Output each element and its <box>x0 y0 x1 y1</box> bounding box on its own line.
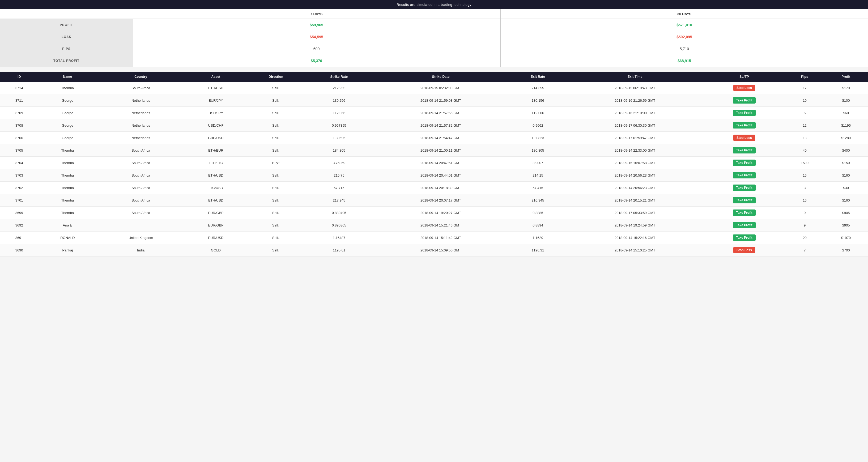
cell-exit-rate: 216.345 <box>509 194 567 206</box>
cell-pips: 3 <box>785 182 824 194</box>
cell-pips: 1500 <box>785 157 824 169</box>
stop-loss-button[interactable]: Stop Loss <box>733 85 755 91</box>
cell-sltp: Stop Loss <box>703 82 786 94</box>
trades-table: IDNameCountryAssetDirectionStrike RateSt… <box>0 72 868 257</box>
cell-direction: Sell↓ <box>247 82 305 94</box>
cell-profit: $170 <box>824 82 868 94</box>
cell-exit-time: 2018-09-14 20:56:23 GMT <box>567 169 703 182</box>
take-profit-button[interactable]: Take Profit <box>733 172 755 178</box>
cell-country: Netherlands <box>97 119 185 132</box>
cell-name: Themba <box>38 82 97 94</box>
table-row: 3711GeorgeNetherlandsEUR/JPYSell↓130.256… <box>0 94 868 107</box>
cell-exit-rate: 1.1629 <box>509 232 567 244</box>
cell-sltp: Take Profit <box>703 94 786 107</box>
cell-name: Themba <box>38 182 97 194</box>
cell-country: India <box>97 244 185 257</box>
cell-pips: 20 <box>785 232 824 244</box>
take-profit-button[interactable]: Take Profit <box>733 160 755 166</box>
take-profit-button[interactable]: Take Profit <box>733 234 755 241</box>
summary-30day-val-2: 5,710 <box>501 43 868 55</box>
cell-exit-rate: 0.8894 <box>509 219 567 232</box>
top-banner: Results are simulated in a trading techn… <box>0 0 868 9</box>
cell-name: Themba <box>38 194 97 206</box>
cell-country: South Africa <box>97 206 185 219</box>
cell-id: 3703 <box>0 169 38 182</box>
cell-asset: GBP/USD <box>185 132 246 144</box>
cell-sltp: Take Profit <box>703 182 786 194</box>
cell-asset: EUR/GBP <box>185 219 246 232</box>
summary-label-0: PROFIT <box>0 19 133 31</box>
col-header-direction: Direction <box>247 72 305 82</box>
take-profit-button[interactable]: Take Profit <box>733 122 755 129</box>
cell-direction: Sell↓ <box>247 119 305 132</box>
cell-name: George <box>38 107 97 119</box>
cell-strike-rate: 3.75069 <box>305 157 373 169</box>
cell-profit: $60 <box>824 107 868 119</box>
cell-sltp: Take Profit <box>703 169 786 182</box>
cell-name: Themba <box>38 157 97 169</box>
cell-country: South Africa <box>97 182 185 194</box>
cell-exit-time: 2018-09-16 21:26:59 GMT <box>567 94 703 107</box>
cell-profit: $1195 <box>824 119 868 132</box>
cell-id: 3692 <box>0 219 38 232</box>
cell-strike-date: 2018-09-14 15:21:46 GMT <box>373 219 509 232</box>
table-row: 3692Ana EEUR/GBPSell↓0.8903052018-09-14 … <box>0 219 868 232</box>
cell-exit-time: 2018-09-16 21:10:00 GMT <box>567 107 703 119</box>
cell-pips: 12 <box>785 119 824 132</box>
col-header-strike-date: Strike Date <box>373 72 509 82</box>
cell-profit: $700 <box>824 244 868 257</box>
cell-id: 3705 <box>0 144 38 157</box>
period-headers: 7 DAYS 30 DAYS <box>0 9 868 19</box>
cell-asset: EUR/USD <box>185 232 246 244</box>
summary-rows: PROFIT$59,965$571,010LOSS$54,595$502,095… <box>0 19 868 67</box>
cell-direction: Sell↓ <box>247 169 305 182</box>
cell-country: South Africa <box>97 194 185 206</box>
cell-direction: Sell↓ <box>247 219 305 232</box>
cell-country: South Africa <box>97 157 185 169</box>
cell-id: 3691 <box>0 232 38 244</box>
table-row: 3690PankajIndiaGOLDSell↓1195.612018-09-1… <box>0 244 868 257</box>
cell-id: 3704 <box>0 157 38 169</box>
cell-asset: ETH/LTC <box>185 157 246 169</box>
cell-direction: Sell↓ <box>247 94 305 107</box>
cell-strike-date: 2018-09-14 20:07:17 GMT <box>373 194 509 206</box>
cell-exit-rate: 180.805 <box>509 144 567 157</box>
cell-exit-rate: 130.156 <box>509 94 567 107</box>
take-profit-button[interactable]: Take Profit <box>733 110 755 116</box>
cell-id: 3699 <box>0 206 38 219</box>
cell-pips: 6 <box>785 107 824 119</box>
cell-sltp: Take Profit <box>703 206 786 219</box>
table-row: 3702ThembaSouth AfricaLTC/USDSell↓57.715… <box>0 182 868 194</box>
cell-id: 3708 <box>0 119 38 132</box>
cell-sltp: Take Profit <box>703 194 786 206</box>
take-profit-button[interactable]: Take Profit <box>733 147 755 154</box>
cell-exit-time: 2018-09-15 16:07:58 GMT <box>567 157 703 169</box>
cell-profit: $100 <box>824 94 868 107</box>
cell-strike-date: 2018-09-14 21:57:32 GMT <box>373 119 509 132</box>
stop-loss-button[interactable]: Stop Loss <box>733 135 755 141</box>
cell-asset: EUR/GBP <box>185 206 246 219</box>
cell-asset: GOLD <box>185 244 246 257</box>
cell-exit-time: 2018-09-14 22:33:00 GMT <box>567 144 703 157</box>
cell-strike-date: 2018-09-14 21:00:11 GMT <box>373 144 509 157</box>
cell-profit: $1280 <box>824 132 868 144</box>
cell-exit-time: 2018-09-17 01:59:47 GMT <box>567 132 703 144</box>
cell-exit-time: 2018-09-14 15:10:25 GMT <box>567 244 703 257</box>
table-row: 3691RONALDUnited KingdomEUR/USDSell↓1.16… <box>0 232 868 244</box>
take-profit-button[interactable]: Take Profit <box>733 185 755 191</box>
cell-name: Themba <box>38 144 97 157</box>
cell-country: South Africa <box>97 169 185 182</box>
cell-pips: 9 <box>785 206 824 219</box>
take-profit-button[interactable]: Take Profit <box>733 209 755 216</box>
cell-pips: 16 <box>785 169 824 182</box>
cell-direction: Sell↓ <box>247 206 305 219</box>
cell-sltp: Take Profit <box>703 107 786 119</box>
summary-row-0: PROFIT$59,965$571,010 <box>0 19 868 31</box>
table-header: IDNameCountryAssetDirectionStrike RateSt… <box>0 72 868 82</box>
take-profit-button[interactable]: Take Profit <box>733 97 755 104</box>
take-profit-button[interactable]: Take Profit <box>733 197 755 203</box>
stop-loss-button[interactable]: Stop Loss <box>733 247 755 253</box>
take-profit-button[interactable]: Take Profit <box>733 222 755 228</box>
cell-strike-rate: 212.955 <box>305 82 373 94</box>
cell-id: 3701 <box>0 194 38 206</box>
